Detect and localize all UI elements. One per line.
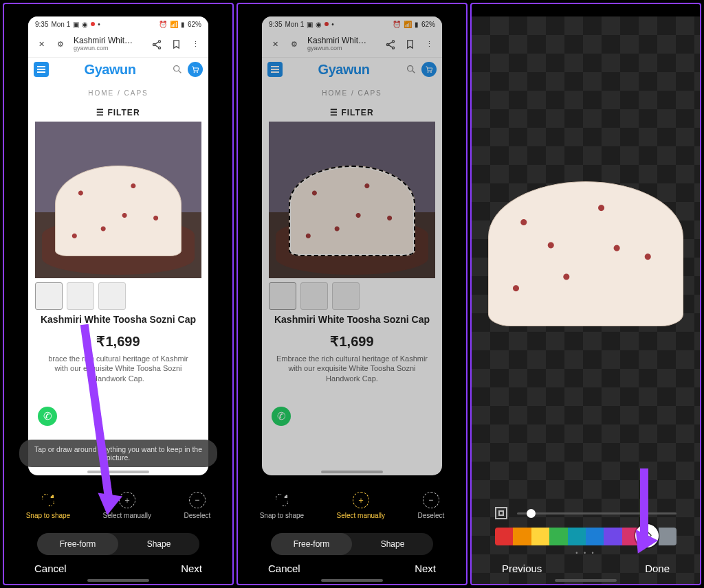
eyedropper-button[interactable]: [635, 524, 659, 547]
thumbnail[interactable]: [35, 282, 63, 310]
product-title[interactable]: Kashmiri White Toosha Sozni Cap: [262, 310, 442, 326]
close-icon[interactable]: ✕: [269, 38, 281, 51]
site-header: Gyawun: [262, 58, 442, 81]
bookmark-icon[interactable]: [170, 38, 182, 51]
more-notif-icon: •: [331, 21, 334, 28]
tool-deselect[interactable]: − Deselect: [417, 492, 444, 519]
color-swatch[interactable]: [586, 528, 604, 545]
crumb-home[interactable]: HOME: [322, 89, 348, 97]
thumbnail[interactable]: [67, 282, 94, 310]
color-swatch[interactable]: [659, 528, 676, 545]
tool-label: Select manually: [102, 512, 151, 519]
site-info-icon[interactable]: ⚙: [54, 38, 67, 51]
cart-button[interactable]: [188, 62, 203, 77]
crumb-sep: /: [118, 89, 121, 97]
browser-toolbar: ✕ ⚙ Kashmiri Whit… gyawun.com ⋮: [28, 32, 208, 58]
battery-text: 62%: [421, 21, 435, 28]
menu-icon[interactable]: ⋮: [423, 38, 435, 51]
snap-icon: [274, 492, 290, 508]
color-swatch[interactable]: [495, 528, 513, 545]
previous-button[interactable]: Previous: [502, 563, 542, 574]
screenshot-preview: 9:35 Mon 1 ▣ ◉ • ⏰ 📶 ▮ 62% ✕ ⚙ Kashmiri …: [28, 16, 208, 475]
page-domain: gyawun.com: [74, 45, 144, 52]
brand-logo[interactable]: Gyawun: [53, 62, 167, 78]
cancel-button[interactable]: Cancel: [268, 563, 300, 574]
next-button[interactable]: Next: [415, 563, 436, 574]
thumbnail-row: [262, 278, 442, 310]
share-icon[interactable]: [151, 38, 163, 51]
screenshot-preview: 9:35 Mon 1 ▣ ◉ • ⏰ 📶 ▮ 62% ✕ ⚙ Kashmiri …: [262, 16, 442, 475]
tool-label: Select manually: [336, 512, 385, 519]
breadcrumb[interactable]: HOME / CAPS: [28, 89, 208, 97]
isolated-subject[interactable]: [484, 174, 688, 339]
signal-icon: ▮: [181, 21, 185, 28]
snap-icon: [40, 492, 56, 508]
color-swatch[interactable]: [531, 528, 549, 545]
gesture-bar-icon: [555, 579, 617, 582]
shape-freeform[interactable]: Free-form: [37, 533, 118, 555]
thumbnail[interactable]: [269, 282, 296, 310]
color-swatch[interactable]: [513, 528, 531, 545]
color-swatch[interactable]: [604, 528, 622, 545]
color-swatch[interactable]: [568, 528, 586, 545]
hamburger-menu[interactable]: [34, 62, 49, 77]
whatsapp-icon[interactable]: ✆: [272, 407, 291, 426]
filter-button[interactable]: ☰ FILTER: [262, 108, 442, 117]
svg-point-9: [408, 66, 413, 71]
shape-toggle: Free-form Shape: [37, 533, 199, 555]
slider-thumb[interactable]: [527, 509, 536, 518]
thumbnail[interactable]: [300, 282, 328, 310]
tool-select-manually[interactable]: ＋ Select manually: [336, 492, 385, 519]
tool-snap-to-shape[interactable]: Snap to shape: [260, 492, 305, 519]
cancel-button[interactable]: Cancel: [34, 563, 67, 574]
product-price: ₹1,699: [262, 333, 442, 350]
product-image[interactable]: [269, 122, 435, 278]
whatsapp-icon[interactable]: ✆: [38, 407, 57, 426]
site-header: Gyawun: [28, 58, 208, 81]
bookmark-icon[interactable]: [404, 38, 416, 51]
menu-icon[interactable]: ⋮: [189, 38, 201, 51]
tool-deselect[interactable]: − Deselect: [184, 492, 210, 519]
shape-shape[interactable]: Shape: [352, 533, 433, 555]
aspect-icon[interactable]: [495, 507, 507, 519]
shape-freeform[interactable]: Free-form: [271, 533, 352, 555]
product-image[interactable]: [35, 122, 201, 278]
gesture-bar-icon: [87, 471, 149, 473]
tool-snap-to-shape[interactable]: Snap to shape: [26, 492, 71, 519]
tool-row: Snap to shape ＋ Select manually − Desele…: [4, 492, 232, 519]
wifi-icon: 📶: [404, 21, 412, 28]
rec-dot-icon: [91, 22, 95, 26]
crumb-caps[interactable]: CAPS: [358, 89, 382, 97]
breadcrumb[interactable]: HOME / CAPS: [262, 89, 442, 97]
next-button[interactable]: Next: [181, 563, 202, 574]
cart-button[interactable]: [421, 62, 437, 77]
filter-button[interactable]: ☰ FILTER: [28, 108, 208, 117]
product-price: ₹1,699: [28, 333, 208, 350]
crumb-home[interactable]: HOME: [88, 89, 114, 97]
search-icon[interactable]: [405, 63, 417, 76]
done-button[interactable]: Done: [645, 563, 670, 574]
more-notif-icon: •: [98, 21, 100, 28]
product-title[interactable]: Kashmiri White Toosha Sozni Cap: [28, 310, 208, 326]
size-slider[interactable]: [517, 512, 676, 514]
notif-icon: ▣: [73, 21, 79, 28]
share-icon[interactable]: [384, 38, 397, 51]
page-domain: gyawun.com: [307, 45, 377, 52]
shape-shape[interactable]: Shape: [118, 533, 199, 555]
crumb-caps[interactable]: CAPS: [124, 89, 148, 97]
product-description: Embrace the rich cultural heritage of Ka…: [262, 350, 442, 389]
thumbnail[interactable]: [98, 282, 126, 310]
search-icon[interactable]: [171, 63, 184, 76]
signal-icon: ▮: [415, 21, 419, 28]
site-info-icon[interactable]: ⚙: [288, 38, 300, 51]
brand-logo[interactable]: Gyawun: [287, 62, 401, 78]
status-day: Mon 1: [51, 21, 70, 28]
thumbnail-row: [28, 278, 208, 310]
color-swatch[interactable]: [549, 528, 567, 545]
thumbnail[interactable]: [332, 282, 360, 310]
tool-label: Deselect: [184, 512, 210, 519]
plus-dashed-icon: ＋: [119, 492, 135, 508]
tool-select-manually[interactable]: ＋ Select manually: [102, 492, 151, 519]
hamburger-menu[interactable]: [267, 62, 283, 77]
close-icon[interactable]: ✕: [35, 38, 47, 51]
